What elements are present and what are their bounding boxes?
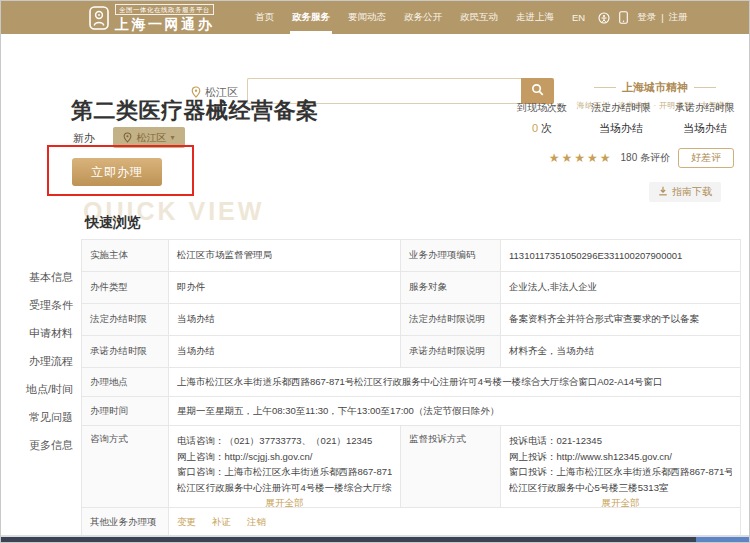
contact-line: 窗口咨询：上海市松江区永丰街道乐都西路867-871号	[177, 464, 392, 480]
district-selector[interactable]: 松江区 ▾	[113, 127, 185, 148]
table-label-cell: 承诺办结时限说明	[401, 336, 501, 367]
table-row: 其他业务办理项 变更 补证 注销	[82, 508, 740, 536]
table-row: 承诺办结时限 当场办结 承诺办结时限说明 材料齐全，当场办结	[82, 336, 740, 368]
service-stats: 到现场次数 0 次 法定办结时限 当场办结 承诺办结时限 当场办结	[517, 101, 735, 136]
stat-visits: 到现场次数 0 次	[517, 101, 567, 136]
link-change[interactable]: 变更	[177, 516, 196, 529]
stat-value-unit: 次	[538, 122, 552, 134]
contact-lines: 投诉电话：021-12345 网上投诉：http://www.sh12345.g…	[509, 433, 732, 507]
page-title: 第二类医疗器械经营备案	[71, 96, 319, 126]
nav-item-services[interactable]: 政务服务	[283, 1, 339, 34]
top-navigation-bar: 全国一体化在线政务服务平台 上海一网通办 首页 政务服务 要闻动态 政务公开 政…	[1, 1, 750, 34]
table-label-cell: 办理地点	[82, 368, 169, 396]
city-spirit-title: 上海城市精神	[622, 80, 688, 95]
mode-tag-new: 新办	[73, 131, 95, 146]
site-name: 上海一网通办	[115, 16, 214, 32]
table-value-cell: 当场办结	[169, 304, 401, 335]
section-anchor-nav: 基本信息 受理条件 申请材料 办理流程 地点/时间 常见问题 更多信息	[7, 263, 87, 459]
other-service-links: 变更 补证 注销	[177, 516, 266, 529]
table-value-cell: 松江区市场监督管理局	[169, 240, 401, 271]
register-link[interactable]: 注册	[669, 11, 688, 24]
review-count: 180 条评价	[621, 151, 670, 165]
expand-all-link[interactable]: 展开全部	[509, 497, 732, 507]
quick-view-heading: 快速浏览	[85, 214, 141, 232]
guide-download-label: 指南下载	[672, 185, 712, 199]
nav-item-english[interactable]: EN	[563, 1, 594, 34]
stat-label: 承诺办结时限	[675, 101, 735, 115]
sidebar-item-faq[interactable]: 常见问题	[7, 403, 87, 431]
city-spirit-title-row: 上海城市精神	[569, 80, 741, 95]
table-label-cell: 监督投诉方式	[401, 426, 501, 507]
table-value-cell: 11310117351050296E331100207900001	[501, 240, 740, 271]
page: 全国一体化在线政务服务平台 上海一网通办 首页 政务服务 要闻动态 政务公开 政…	[0, 0, 750, 543]
table-row: 办理时间 星期一至星期五，上午08:30至11:30，下午13:00至17:00…	[82, 397, 740, 426]
nav-item-interaction[interactable]: 政民互动	[451, 1, 507, 34]
table-label-cell: 法定办结时限说明	[401, 304, 501, 335]
chevron-down-icon: ▾	[170, 133, 174, 143]
sidebar-item-application-materials[interactable]: 申请材料	[7, 319, 87, 347]
table-row: 办件类型 即办件 服务对象 企业法人,非法人企业	[82, 272, 740, 304]
search-icon	[531, 83, 544, 99]
table-label-cell: 业务办理项编码	[401, 240, 501, 271]
search-row: 松江区 上海城市精神 海纳百川 · 追求卓越 · 开明睿智 · 大气谦和	[1, 34, 750, 91]
top-nav-menu: 首页 政务服务 要闻动态 政务公开 政民互动 走进上海 EN	[246, 1, 594, 34]
review-button[interactable]: 好差评	[678, 148, 734, 168]
nav-item-about-shanghai[interactable]: 走进上海	[507, 1, 563, 34]
contact-line: 投诉电话：021-12345	[509, 433, 732, 449]
table-label-cell: 其他业务办理项	[82, 508, 169, 536]
dash-decoration	[594, 87, 616, 88]
contact-line: 电话咨询：（021）37733773、（021）12345	[177, 433, 392, 449]
table-label-cell: 实施主体	[82, 240, 169, 271]
contact-line: 网上咨询：http://scjgj.sh.gov.cn/	[177, 449, 392, 465]
platform-tagline: 全国一体化在线政务服务平台	[115, 4, 214, 15]
link-reissue[interactable]: 补证	[212, 516, 231, 529]
sidebar-item-acceptance-conditions[interactable]: 受理条件	[7, 291, 87, 319]
nav-item-disclosure[interactable]: 政务公开	[395, 1, 451, 34]
guide-download-button[interactable]: 指南下载	[649, 182, 721, 202]
expand-all-link[interactable]: 展开全部	[177, 497, 392, 507]
login-link[interactable]: 登录	[637, 11, 656, 24]
sidebar-item-process[interactable]: 办理流程	[7, 347, 87, 375]
service-info-table: 实施主体 松江区市场监督管理局 业务办理项编码 1131011735105029…	[81, 239, 741, 537]
table-value-cell: 即办件	[169, 272, 401, 303]
table-label-cell: 咨询方式	[82, 426, 169, 507]
dash-decoration	[694, 87, 716, 88]
contact-line: 松江区行政服务中心注册许可4号楼一楼综合大厅综合窗	[177, 480, 392, 496]
stat-label: 法定办结时限	[591, 101, 651, 115]
accessibility-icon[interactable]	[598, 12, 610, 24]
nav-item-home[interactable]: 首页	[246, 1, 283, 34]
table-value-cell: 投诉电话：021-12345 网上投诉：http://www.sh12345.g…	[501, 426, 740, 507]
contact-line: 窗口投诉：上海市松江区永丰街道乐都西路867-871号	[509, 464, 732, 480]
logo-icon	[89, 6, 109, 30]
contact-line: 松江区行政服务中心5号楼三楼5313室	[509, 480, 732, 496]
table-value-cell: 材料齐全，当场办结	[501, 336, 740, 367]
site-logo[interactable]: 全国一体化在线政务服务平台 上海一网通办	[89, 4, 214, 32]
table-label-cell: 法定办结时限	[82, 304, 169, 335]
stat-value: 0 次	[517, 121, 567, 136]
sidebar-item-more-info[interactable]: 更多信息	[7, 431, 87, 459]
footer-navy-strip	[1, 537, 750, 542]
star-rating: ★★★★★	[549, 151, 613, 165]
table-label-cell: 承诺办结时限	[82, 336, 169, 367]
stat-value: 当场办结	[675, 121, 735, 136]
table-value-cell: 当场办结	[169, 336, 401, 367]
table-label-cell: 办件类型	[82, 272, 169, 303]
auth-separator: |	[661, 12, 663, 23]
table-row: 法定办结时限 当场办结 法定办结时限说明 备案资料齐全并符合形式审查要求的予以备…	[82, 304, 740, 336]
location-pin-icon	[123, 129, 132, 147]
sidebar-item-basic-info[interactable]: 基本信息	[7, 263, 87, 291]
sidebar-item-location-time[interactable]: 地点/时间	[7, 375, 87, 403]
stat-legal-limit: 法定办结时限 当场办结	[591, 101, 651, 136]
footer-blue-segment	[696, 537, 750, 542]
mobile-icon[interactable]	[619, 11, 628, 24]
table-value-cell: 企业法人,非法人企业	[501, 272, 740, 303]
link-cancel[interactable]: 注销	[247, 516, 266, 529]
nav-item-news[interactable]: 要闻动态	[339, 1, 395, 34]
apply-now-button[interactable]: 立即办理	[72, 158, 162, 186]
table-label-cell: 办理时间	[82, 397, 169, 425]
table-value-cell: 上海市松江区永丰街道乐都西路867-871号松江区行政服务中心注册许可4号楼一楼…	[169, 368, 740, 396]
table-row: 办理地点 上海市松江区永丰街道乐都西路867-871号松江区行政服务中心注册许可…	[82, 368, 740, 397]
table-value-cell: 备案资料齐全并符合形式审查要求的予以备案	[501, 304, 740, 335]
table-label-cell: 服务对象	[401, 272, 501, 303]
table-value-cell: 星期一至星期五，上午08:30至11:30，下午13:00至17:00（法定节假…	[169, 397, 740, 425]
